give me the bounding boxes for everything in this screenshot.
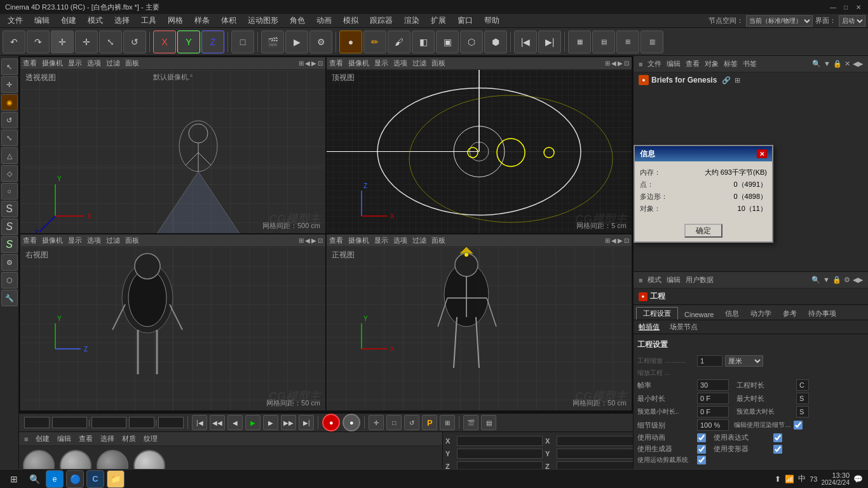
- vp3-menu-display[interactable]: 显示: [68, 236, 82, 245]
- menu-help[interactable]: 帮助: [479, 14, 505, 27]
- app-chrome[interactable]: 🔵: [66, 470, 84, 488]
- y-axis-button[interactable]: Y: [177, 30, 200, 53]
- props-lock-icon[interactable]: 🔒: [832, 276, 841, 284]
- menu-edit[interactable]: 编辑: [29, 14, 55, 27]
- vp1-menu-view[interactable]: 查看: [23, 58, 37, 68]
- go-end-button[interactable]: ▶|: [299, 415, 314, 430]
- obj-btn-7[interactable]: ⬢: [484, 30, 507, 53]
- vp2-menu-display[interactable]: 显示: [374, 58, 388, 68]
- mat-menu-material[interactable]: 材质: [122, 434, 136, 444]
- left-tool-11[interactable]: S: [1, 236, 18, 253]
- vp2-menu-filter[interactable]: 过滤: [412, 58, 426, 68]
- props-menu-icon[interactable]: ≡: [639, 276, 642, 284]
- ok-button[interactable]: 确定: [684, 224, 722, 238]
- use-anim-checkbox[interactable]: [697, 433, 706, 442]
- motion-clip-checkbox[interactable]: [697, 456, 706, 464]
- tl-extra-1[interactable]: ✛: [369, 415, 384, 430]
- vp3-menu-filter[interactable]: 过滤: [106, 236, 120, 245]
- render-detail-checkbox[interactable]: [794, 421, 803, 430]
- subtab-interpolation[interactable]: 帧插值: [636, 321, 662, 333]
- render-view-button[interactable]: 🎬: [261, 30, 284, 53]
- start-button[interactable]: ⊞: [5, 470, 23, 488]
- props-menu-edit[interactable]: 编辑: [667, 275, 681, 285]
- current-frame2-input[interactable]: 0 F: [158, 417, 184, 428]
- vp4-menu-camera[interactable]: 摄像机: [348, 236, 369, 245]
- menu-extend[interactable]: 扩展: [426, 14, 451, 27]
- record-button[interactable]: ●: [322, 414, 340, 431]
- mat-menu-create[interactable]: 创建: [36, 434, 50, 444]
- vp1-icon-3[interactable]: ▶: [311, 60, 316, 67]
- coord-x1-input[interactable]: 0 cm: [457, 436, 543, 446]
- menu-window[interactable]: 窗口: [452, 14, 478, 27]
- props-arrows-icon[interactable]: ◀▶: [853, 276, 863, 284]
- go-start-button[interactable]: |◀: [192, 415, 207, 430]
- vp2-icon-3[interactable]: ▶: [618, 60, 623, 67]
- tab-cineware[interactable]: Cineware: [679, 309, 719, 320]
- mat-menu-view[interactable]: 查看: [79, 434, 93, 444]
- left-tool-12[interactable]: ⚙: [1, 254, 18, 271]
- om-menu-bookmark[interactable]: 书签: [743, 59, 757, 69]
- menu-render[interactable]: 渲染: [399, 14, 424, 27]
- menu-tracker[interactable]: 跟踪器: [365, 14, 398, 27]
- vp2-menu-camera[interactable]: 摄像机: [348, 58, 369, 68]
- obj-btn-6[interactable]: ⬡: [460, 30, 483, 53]
- left-tool-14[interactable]: 🔧: [1, 290, 18, 306]
- props-unit-select[interactable]: 厘米: [725, 355, 763, 367]
- tl-extra-6[interactable]: 🎬: [463, 415, 478, 430]
- menu-spline[interactable]: 样条: [189, 14, 215, 27]
- viewport-perspective[interactable]: 查看 摄像机 显示 选项 过滤 面板 ⊞ ◀ ▶ ⊡: [20, 57, 325, 233]
- snap-button[interactable]: |◀: [514, 30, 537, 53]
- use-gen-checkbox[interactable]: [697, 445, 706, 454]
- vp1-icon-4[interactable]: ⊡: [318, 60, 323, 67]
- props-menu-mode[interactable]: 模式: [648, 275, 661, 285]
- menu-animate[interactable]: 动画: [311, 14, 337, 27]
- menu-mograph[interactable]: 运动图形: [243, 14, 283, 27]
- undo-button[interactable]: ↶: [3, 30, 25, 53]
- om-search-icon[interactable]: 🔍: [812, 60, 821, 68]
- props-menu-userdata[interactable]: 用户数据: [686, 275, 714, 285]
- mat-menu-icon[interactable]: ≡: [24, 435, 28, 443]
- current-frame-input[interactable]: 0 F: [24, 417, 50, 428]
- start-frame-input[interactable]: 0 F: [52, 417, 87, 428]
- tl-extra-7[interactable]: ▤: [481, 415, 496, 430]
- end-frame2-input[interactable]: 90 F: [129, 417, 154, 428]
- vp1-menu-filter[interactable]: 过滤: [106, 58, 120, 68]
- object-expand-btn[interactable]: ⊞: [735, 76, 740, 85]
- vp3-menu-panel[interactable]: 面板: [125, 236, 139, 245]
- vp3-icon-1[interactable]: ⊞: [299, 237, 304, 244]
- prev-frame-button[interactable]: ◀: [227, 415, 243, 430]
- props-gear-icon[interactable]: ⚙: [844, 276, 850, 284]
- vp4-icon-3[interactable]: ▶: [618, 237, 623, 244]
- menu-mode[interactable]: 模式: [83, 14, 108, 27]
- vp3-icon-2[interactable]: ◀: [305, 237, 310, 244]
- vp2-menu-panel[interactable]: 面板: [431, 58, 445, 68]
- menu-select[interactable]: 选择: [109, 14, 135, 27]
- menu-create[interactable]: 创建: [56, 14, 81, 27]
- play-button[interactable]: ▶: [245, 415, 261, 430]
- tab-todo[interactable]: 待办事项: [803, 308, 841, 320]
- left-tool-6[interactable]: △: [1, 147, 18, 164]
- vp1-menu-display[interactable]: 显示: [68, 58, 82, 68]
- misc-btn-1[interactable]: ▦: [568, 30, 591, 53]
- interface-select[interactable]: 启动: [839, 15, 865, 27]
- tl-extra-2[interactable]: □: [386, 415, 402, 430]
- z-axis-button[interactable]: Z: [201, 30, 224, 53]
- menu-tools[interactable]: 工具: [136, 14, 161, 27]
- left-tool-7[interactable]: ◇: [1, 165, 18, 182]
- use-deform-checkbox[interactable]: [773, 445, 782, 454]
- left-tool-2[interactable]: ✛: [1, 76, 18, 93]
- node-space-select[interactable]: 当前（标准/物理）: [746, 15, 813, 27]
- search-button[interactable]: 🔍: [25, 470, 43, 488]
- left-tool-13[interactable]: ⬡: [1, 272, 18, 288]
- end-frame-input[interactable]: 90 F: [92, 417, 126, 428]
- obj-btn-5[interactable]: ▣: [436, 30, 459, 53]
- om-lock-icon[interactable]: 🔒: [833, 60, 842, 68]
- minimize-button[interactable]: —: [829, 3, 837, 11]
- coord-x2-input[interactable]: 0 cm: [557, 436, 642, 446]
- vp1-icon-1[interactable]: ⊞: [299, 60, 304, 67]
- vp2-icon-1[interactable]: ⊞: [605, 60, 610, 67]
- tl-extra-5[interactable]: ⊞: [440, 415, 455, 430]
- render-settings-button[interactable]: ⚙: [309, 30, 332, 53]
- left-tool-1[interactable]: ↖: [1, 58, 18, 75]
- tab-dynamics[interactable]: 动力学: [745, 308, 776, 320]
